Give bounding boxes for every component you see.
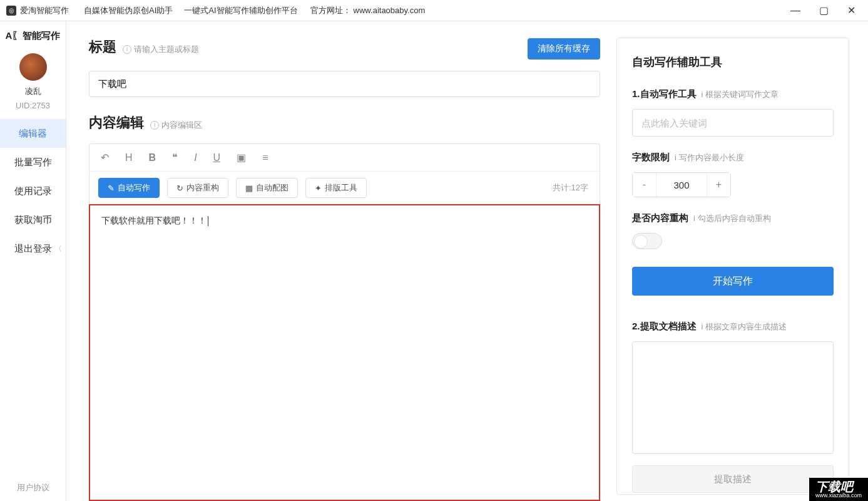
site-label: 官方网址：: [310, 5, 351, 16]
watermark-text: 下载吧: [815, 480, 853, 493]
watermark: 下载吧 www.xiazaiba.com: [809, 478, 868, 501]
wand-icon: ✦: [315, 183, 322, 193]
editor-toolbar-box: ↶ H B ❝ I U ▣ ≡ ✎ 自动写作 ↻ 内容重构: [89, 143, 600, 204]
chevron-right-icon: 〈: [54, 244, 62, 254]
content-text: 下载软件就用下载吧！！！: [101, 215, 207, 225]
refresh-icon: ↻: [176, 183, 183, 193]
sidebar-item-editor[interactable]: 编辑器: [0, 119, 66, 148]
avatar[interactable]: [19, 53, 47, 81]
main-content: 标题 i 请输入主题或标题 清除所有缓存 内容编辑 i 内容编辑区 ↶ H: [66, 21, 868, 501]
info-icon: i: [693, 214, 695, 223]
align-icon[interactable]: ≡: [262, 152, 268, 163]
tagline-2: 一键式AI智能写作辅助创作平台: [184, 5, 297, 16]
clear-cache-button[interactable]: 清除所有缓存: [528, 38, 600, 59]
info-icon: i: [675, 153, 677, 162]
underline-icon[interactable]: U: [213, 152, 221, 163]
editor-column: 标题 i 请输入主题或标题 清除所有缓存 内容编辑 i 内容编辑区 ↶ H: [89, 38, 600, 501]
keyword-input[interactable]: [632, 109, 834, 137]
rebuild-content-button[interactable]: ↻ 内容重构: [167, 178, 228, 198]
sidebar-item-coins[interactable]: 获取淘币: [0, 205, 66, 234]
undo-icon[interactable]: ↶: [101, 152, 109, 163]
title-input[interactable]: [89, 71, 600, 97]
watermark-url: www.xiazaiba.com: [815, 493, 862, 498]
quote-icon[interactable]: ❝: [172, 152, 178, 163]
word-limit-label: 字数限制 i写作内容最小长度: [632, 152, 834, 163]
rebuild-toggle[interactable]: [632, 233, 662, 249]
sidebar-item-logout[interactable]: 退出登录〈: [0, 234, 66, 263]
info-icon: i: [702, 322, 703, 331]
stepper-value: 300: [656, 180, 707, 190]
stepper-plus-button[interactable]: +: [707, 173, 730, 197]
ai-icon: A〖: [6, 30, 22, 42]
char-count: 共计:12字: [553, 182, 591, 194]
info-icon: i: [150, 121, 159, 130]
extract-description-button[interactable]: 提取描述: [632, 465, 834, 493]
picture-icon: ▦: [245, 183, 253, 193]
info-icon: i: [702, 90, 703, 99]
user-agreement-link[interactable]: 用户协议: [17, 482, 49, 493]
logo: A〖 智能写作: [6, 30, 61, 42]
auto-write-button[interactable]: ✎ 自动写作: [98, 178, 160, 198]
action-toolbar: ✎ 自动写作 ↻ 内容重构 ▦ 自动配图 ✦ 排版工具 共: [89, 172, 600, 204]
close-icon[interactable]: ✕: [847, 4, 855, 16]
italic-icon[interactable]: I: [194, 152, 197, 163]
sidebar-item-history[interactable]: 使用记录: [0, 177, 66, 205]
sidebar: A〖 智能写作 凌乱 UID:2753 编辑器 批量写作 使用记录 获取淘币 退…: [0, 21, 66, 501]
content-editor[interactable]: 下载软件就用下载吧！！！: [89, 204, 600, 501]
heading-icon[interactable]: H: [125, 152, 133, 163]
app-name: 爱淘智能写作: [20, 5, 69, 16]
rebuild-toggle-label: 是否内容重构 i勾选后内容自动重构: [632, 212, 834, 224]
auto-write-section-title: 1.自动写作工具 i根据关键词写作文章: [632, 88, 834, 100]
content-section-hint: i 内容编辑区: [150, 120, 202, 131]
start-writing-button[interactable]: 开始写作: [632, 267, 834, 296]
side-panel-title: 自动写作辅助工具: [632, 54, 834, 70]
user-id: UID:2753: [16, 101, 50, 110]
description-textarea[interactable]: [632, 341, 834, 454]
extract-desc-section-title: 2.提取文档描述 i根据文章内容生成描述: [632, 321, 834, 333]
logo-text: 智能写作: [23, 30, 60, 42]
title-section-hint: i 请输入主题或标题: [123, 44, 199, 55]
app-icon: ◎: [6, 6, 16, 16]
side-panel: 自动写作辅助工具 1.自动写作工具 i根据关键词写作文章 字数限制 i写作内容最…: [616, 38, 849, 495]
site-url[interactable]: www.aitaobaby.com: [354, 6, 426, 15]
text-cursor: [208, 216, 208, 226]
word-limit-stepper: - 300 +: [632, 172, 731, 197]
username: 凌乱: [25, 86, 41, 97]
window-controls: — ▢ ✕: [790, 4, 862, 16]
format-toolbar: ↶ H B ❝ I U ▣ ≡: [89, 144, 600, 172]
image-icon[interactable]: ▣: [237, 152, 246, 163]
sidebar-item-batch[interactable]: 批量写作: [0, 148, 66, 177]
title-bar: ◎ 爱淘智能写作 自媒体智能伪原创AI助手 一键式AI智能写作辅助创作平台 官方…: [0, 0, 868, 21]
minimize-icon[interactable]: —: [790, 5, 800, 16]
bold-icon[interactable]: B: [149, 152, 156, 163]
maximize-icon[interactable]: ▢: [819, 4, 829, 16]
content-section-label: 内容编辑: [89, 113, 144, 132]
layout-tool-button[interactable]: ✦ 排版工具: [305, 178, 367, 198]
auto-image-button[interactable]: ▦ 自动配图: [236, 178, 298, 198]
pencil-icon: ✎: [108, 183, 115, 193]
tagline-1: 自媒体智能伪原创AI助手: [84, 5, 173, 16]
info-icon: i: [123, 45, 131, 54]
title-section-label: 标题: [89, 38, 116, 56]
stepper-minus-button[interactable]: -: [633, 173, 656, 197]
